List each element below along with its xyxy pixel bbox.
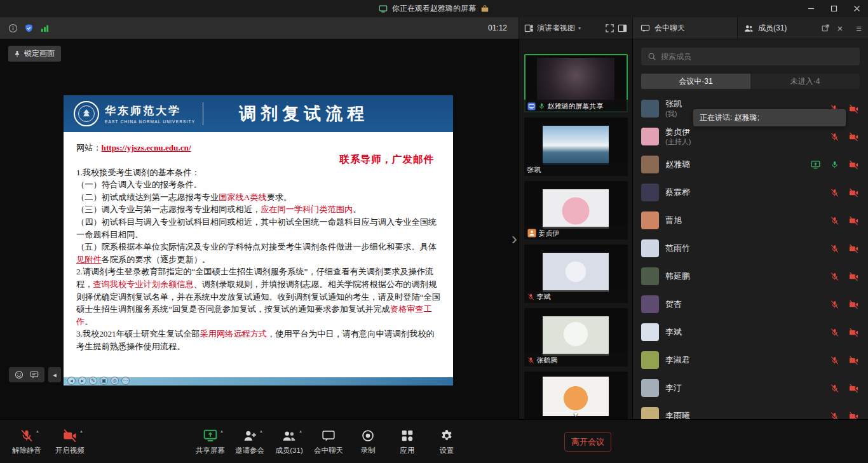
toolbar-invite-button[interactable]: ▲邀请参会 xyxy=(232,429,268,455)
slide-text-segment: （三）调入专业与第一志愿报考专业相同或相近， xyxy=(76,205,261,214)
member-tab[interactable]: 未进入·4 xyxy=(750,74,860,89)
camera-off-icon[interactable] xyxy=(849,188,858,198)
camera-off-icon[interactable] xyxy=(849,216,858,225)
dropdown-caret-icon[interactable]: ▲ xyxy=(220,429,224,433)
mic-muted-icon[interactable] xyxy=(831,245,839,253)
slide-more-icon[interactable]: ⋯ xyxy=(121,377,130,385)
members-panel-header[interactable]: 成员(31) × ≡ xyxy=(737,17,868,39)
camera-off-icon[interactable] xyxy=(849,356,858,365)
camera-off-icon[interactable] xyxy=(849,300,858,309)
member-row[interactable]: 李淑君 xyxy=(641,346,860,374)
panel-layout-icon[interactable] xyxy=(618,23,627,33)
toolbar-record-button[interactable]: 录制 xyxy=(350,429,386,455)
mic-muted-icon[interactable] xyxy=(831,328,839,337)
meeting-info-icon[interactable] xyxy=(8,23,18,33)
member-row[interactable]: 蔡霖桦 xyxy=(641,178,860,206)
slide-pages-icon[interactable]: ▣ xyxy=(100,377,108,385)
video-thumbnail[interactable]: 李斌 xyxy=(524,245,628,303)
member-row[interactable]: 李汀 xyxy=(641,374,860,402)
member-status-icons xyxy=(831,328,860,337)
mic-muted-icon[interactable] xyxy=(831,384,839,393)
slide-zoom-icon[interactable]: ◎ xyxy=(111,377,119,385)
camera-off-icon[interactable] xyxy=(849,328,858,337)
website-url[interactable]: https://yjszs.ecnu.edu.cn/ xyxy=(102,143,191,152)
view-layout-icon[interactable] xyxy=(524,23,534,33)
annotation-comment-icon[interactable] xyxy=(30,370,39,379)
member-row[interactable]: 李斌 xyxy=(641,318,860,346)
video-thumbnail[interactable]: 张鹤腾 xyxy=(524,308,628,366)
mic-muted-icon[interactable] xyxy=(831,412,839,420)
lock-view-button[interactable]: 锁定画面 xyxy=(8,46,61,62)
member-row[interactable]: 姜贞伊(主持人) xyxy=(641,123,860,151)
view-mode-caret-icon[interactable]: ▾ xyxy=(578,25,581,31)
member-row[interactable]: 贺杏 xyxy=(641,290,860,318)
popout-panel-icon[interactable] xyxy=(821,23,830,32)
camera-off-icon[interactable] xyxy=(849,104,858,114)
close-window-icon[interactable] xyxy=(845,0,868,17)
mic-muted-icon[interactable] xyxy=(831,272,839,281)
video-thumbnail[interactable]: 姜贞伊 xyxy=(524,181,628,239)
camera-off-icon[interactable] xyxy=(849,384,858,393)
mic-on-icon[interactable] xyxy=(831,161,839,169)
member-row[interactable]: 范雨竹 xyxy=(641,234,860,262)
mic-muted-icon[interactable] xyxy=(831,217,839,225)
toolbar-settings-button[interactable]: 设置 xyxy=(429,429,465,455)
toolbar-unmute-button[interactable]: ▲解除静音 xyxy=(9,429,44,455)
dropdown-caret-icon[interactable]: ▲ xyxy=(259,429,263,433)
camera-off-icon[interactable] xyxy=(849,132,858,142)
member-row[interactable]: 韩延鹏 xyxy=(641,262,860,290)
lock-view-label: 锁定画面 xyxy=(24,48,55,59)
member-row[interactable]: 李雨曦 xyxy=(641,402,860,419)
thumbnail-label: 李斌 xyxy=(524,290,628,303)
minimize-icon[interactable] xyxy=(799,0,822,17)
dropdown-caret-icon[interactable]: ▲ xyxy=(36,429,39,433)
close-panel-icon[interactable]: × xyxy=(834,23,845,34)
panel-menu-icon[interactable]: ≡ xyxy=(856,23,862,34)
camera-off-icon[interactable] xyxy=(849,412,858,420)
toolbox-icon[interactable] xyxy=(480,4,489,13)
dropdown-caret-icon[interactable]: ▲ xyxy=(79,429,83,433)
member-search-box[interactable] xyxy=(641,48,860,65)
security-shield-icon[interactable] xyxy=(24,23,34,33)
mic-muted-icon[interactable] xyxy=(831,133,839,141)
toolbar-start-video-button[interactable]: ▲开启视频 xyxy=(52,429,88,455)
slide-pen-icon[interactable]: ✎ xyxy=(89,377,97,385)
collapse-toolbar-button[interactable]: ◂ xyxy=(48,367,61,382)
camera-off-icon[interactable] xyxy=(849,160,858,170)
emoji-reaction-icon[interactable] xyxy=(15,370,24,379)
toolbar-chat-button[interactable]: 会中聊天 xyxy=(311,429,346,455)
fullscreen-icon[interactable] xyxy=(605,23,614,33)
member-row[interactable]: 赵雅璐 xyxy=(641,151,860,178)
member-name: 蔡霖桦 xyxy=(665,188,690,197)
scroll-more-thumbnails-icon[interactable]: ▾ xyxy=(574,410,578,419)
slide-prev-icon[interactable]: ◂ xyxy=(67,377,76,385)
slide-text-segment: （一）符合调入专业的报考条件。 xyxy=(76,180,202,189)
chat-panel-title: 会中聊天 xyxy=(654,23,685,34)
chat-panel-header[interactable]: 会中聊天 xyxy=(632,17,737,39)
view-mode-label[interactable]: 演讲者视图 xyxy=(537,23,575,34)
toolbar-apps-button[interactable]: 应用 xyxy=(390,429,425,455)
video-thumbnail[interactable]: 张凯 xyxy=(524,117,628,176)
member-row[interactable]: 曹旭 xyxy=(641,206,860,234)
mic-muted-icon[interactable] xyxy=(831,300,839,309)
slide-paragraph: （五）院系根据本单位实际情况及专业的学科特点对接受考生调剂条件做进一步细化和要求… xyxy=(76,241,440,265)
dropdown-caret-icon[interactable]: ▲ xyxy=(299,429,302,433)
camera-off-icon[interactable] xyxy=(849,272,858,281)
toolbar-share-screen-button[interactable]: ▲共享屏幕 xyxy=(193,429,228,455)
member-tab[interactable]: 会议中·31 xyxy=(641,74,750,89)
leave-meeting-button[interactable]: 离开会议 xyxy=(564,432,611,452)
mic-muted-icon[interactable] xyxy=(831,189,839,197)
toolbar-members-button[interactable]: ▲成员(31) xyxy=(271,429,307,455)
video-thumbnail[interactable]: 赵雅璐的屏幕共享 xyxy=(524,54,628,112)
member-search-input[interactable] xyxy=(661,52,853,61)
mic-muted-icon[interactable] xyxy=(831,356,839,365)
maximize-icon[interactable] xyxy=(822,0,845,17)
members-icon xyxy=(744,23,754,33)
expand-panel-chevron-icon[interactable]: › xyxy=(512,230,517,248)
member-name-block: 李淑君 xyxy=(665,356,690,365)
avatar xyxy=(641,323,659,341)
slide-next-icon[interactable]: ▸ xyxy=(78,377,86,385)
settings-icon xyxy=(440,429,454,443)
camera-off-icon[interactable] xyxy=(849,244,858,253)
shared-slide: 华东师范大学 EAST CHINA NORMAL UNIVERSITY 调剂复试… xyxy=(64,95,453,386)
